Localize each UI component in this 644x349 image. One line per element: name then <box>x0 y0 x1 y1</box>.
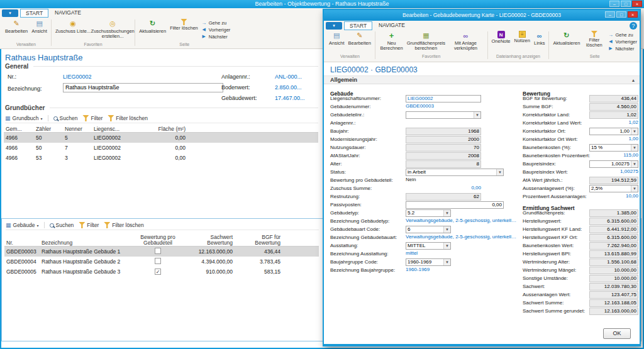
table-row[interactable]: GBDE00003Rathaus Hauptstraße Gebäude 112… <box>4 247 319 257</box>
herstellungswert-kf-ort-input[interactable]: 6.315.600,00 <box>589 234 638 241</box>
herstellungswert-kf-land-input[interactable]: 6.441.912,00 <box>589 226 638 233</box>
nr-value-link[interactable]: LIEG00002 <box>63 74 92 80</box>
notizen-button[interactable]: Notizen <box>513 30 532 44</box>
bearbeiten-button[interactable]: Bearbeiten <box>347 30 373 47</box>
bodenwert-value-link[interactable]: 2.850.00... <box>275 84 302 91</box>
bezeichnung-gebäudetyp-link[interactable]: Verwaltungsgebäude, 2-5-geschossig, unte… <box>406 218 519 223</box>
suchen-button[interactable]: Suchen <box>53 115 78 121</box>
filter-löschen-button[interactable]: Filter löschen <box>582 30 606 48</box>
ok-button[interactable]: OK <box>603 328 631 339</box>
vorheriger-button[interactable]: Vorheriger <box>201 26 231 33</box>
herstellungswert-input[interactable]: 6.315.600,00 <box>589 218 638 225</box>
tab-navigate[interactable]: NAVIGATE <box>50 9 86 18</box>
korrekturfaktor-ort-wert-link[interactable]: 1,00 <box>589 136 638 141</box>
table-row[interactable]: GBDE00004Rathaus Hauptstraße Gebäude 24.… <box>4 257 319 267</box>
aktualisieren-button[interactable]: Aktualisieren <box>137 18 168 35</box>
bgf-für-bewertung-input[interactable]: 436,44 <box>589 95 638 102</box>
onenote-button[interactable]: OneNote <box>490 30 513 45</box>
table-row[interactable]: 4966533LIEG000020,00 <box>4 153 318 163</box>
afastartjahr-input[interactable]: 2008 <box>406 152 481 160</box>
tab-navigate[interactable]: NAVIGATE <box>374 21 410 30</box>
table-row[interactable]: 4966505LIEG000020,00 <box>4 133 318 143</box>
summe-bgf-input[interactable]: 4.560,00 <box>589 103 638 111</box>
status-select[interactable]: in Arbeit▼ <box>406 169 504 176</box>
aussenanlagewert-select[interactable]: 2,5%▼ <box>589 185 638 192</box>
gebäudetyp-select[interactable]: 5.2▼ <box>406 209 451 217</box>
wertminderung-mängel-input[interactable]: 10.000,00 <box>589 267 638 274</box>
gehe-zu-button[interactable]: Gehe zu <box>201 19 231 26</box>
gebäudeteilnr-select[interactable]: ▼ <box>406 111 481 119</box>
vorheriger-button[interactable]: Vorheriger <box>608 38 637 45</box>
modernisierungsjahr-input[interactable]: 2000 <box>406 136 481 143</box>
aussenanlagen-wert-input[interactable]: 123.407,75 <box>589 291 638 299</box>
baujahrgruppe-code-select[interactable]: 1960-1969▼ <box>406 258 451 266</box>
restnutzung-input[interactable]: 62 <box>406 193 481 201</box>
bezeichnung-baujahrgruppe-link[interactable]: 1960-1969 <box>406 267 430 272</box>
korrekturfaktor-land-input[interactable]: 1,02 <box>589 111 638 119</box>
tab-start[interactable]: START <box>344 21 372 30</box>
chevron-up-icon[interactable]: ▴ <box>632 77 635 83</box>
dialog-close-button[interactable]: × <box>628 11 638 18</box>
baupreisindex-select[interactable]: 1,00275▼ <box>589 160 638 168</box>
zuschuss-summe-link[interactable]: 0,00 <box>406 185 481 191</box>
korrekturfaktor-land-wert-link[interactable]: 1,02 <box>589 119 638 125</box>
neu-berechnen-button[interactable]: Neu Berechnen <box>377 30 406 52</box>
minimize-button[interactable]: – <box>609 1 619 7</box>
table-row[interactable]: GBDE00005Rathaus Hauptstraße Gebäude 3✓9… <box>4 267 319 277</box>
help-icon[interactable]: ? <box>630 22 637 30</box>
afa-wert-jährlich-input[interactable]: 194.512,59 <box>589 177 638 184</box>
dialog-maximize-button[interactable]: □ <box>616 11 626 18</box>
nächster-button[interactable]: Nächster <box>608 45 637 52</box>
close-button[interactable]: × <box>632 1 642 7</box>
gebäudebauart-code-select[interactable]: 6▼ <box>406 226 451 233</box>
tab-start[interactable]: START <box>20 9 48 18</box>
aktualisieren-button[interactable]: Aktualisieren <box>551 30 582 47</box>
bezeichnung-input[interactable]: Rathaus Hauptstraße <box>63 83 223 92</box>
ansicht-button[interactable]: Ansicht <box>327 30 347 47</box>
korrekturfaktor-ort-select[interactable]: 1,00▼ <box>589 128 638 135</box>
section-general-header[interactable]: General <box>5 63 318 70</box>
filter-löschen-button[interactable]: Filter löschen <box>104 222 144 228</box>
baunebenkosten-wert-input[interactable]: 7.262.940,00 <box>589 242 638 250</box>
bearbeiten-button[interactable]: Bearbeiten <box>3 18 30 35</box>
application-menu-button[interactable]: ▼ <box>2 9 18 17</box>
bezeichnung-ausstattung-link[interactable]: mittel <box>406 250 418 256</box>
passivposten-input[interactable]: 0,00 <box>406 201 504 209</box>
anlagennr-value-link[interactable]: ANL-000... <box>275 74 302 80</box>
filter-löschen-button[interactable]: Filter löschen <box>168 18 200 31</box>
bewertung-checkbox[interactable] <box>155 248 161 254</box>
zuschussbuchungen-erstellen-button[interactable]: Zuschussbuchungen erstellen... <box>92 18 133 40</box>
bewertung-checkbox[interactable]: ✓ <box>155 269 161 275</box>
herstellungswert-bpi-input[interactable]: 13.615.880,99 <box>589 250 638 258</box>
links-button[interactable]: Links <box>532 30 547 47</box>
liegenschaftsnummer-input[interactable]: LIEG00002 <box>406 95 481 102</box>
prozentwert-aussenanlagen-link[interactable]: 10,00 <box>589 193 638 199</box>
gebaeudewert-value-link[interactable]: 17.467.00... <box>275 95 305 101</box>
gehe-zu-button[interactable]: Gehe zu <box>608 31 637 38</box>
filter-button[interactable]: Filter <box>82 115 103 121</box>
dialog-minimize-button[interactable]: – <box>605 11 615 18</box>
application-menu-button[interactable]: ▼ <box>326 22 342 30</box>
baupreisindex-wert-link[interactable]: 1,00275 <box>589 169 638 174</box>
zuschuss-liste-button[interactable]: Zuschuss Liste... <box>53 18 92 35</box>
section-grundbuecher-header[interactable]: Grundbücher <box>5 104 318 111</box>
filter-button[interactable]: Filter <box>79 222 99 228</box>
grundbuch-button[interactable]: Grundbuch▾ <box>5 115 43 121</box>
maximize-button[interactable]: □ <box>621 1 631 7</box>
nutzungsdauer-input[interactable]: 70 <box>406 144 481 152</box>
bewertung-checkbox[interactable] <box>155 258 161 264</box>
filter-löschen-button[interactable]: Filter löschen <box>108 115 148 121</box>
grundflächenpreis-input[interactable]: 1.385,00 <box>589 209 638 217</box>
sachwert-summe-input[interactable]: 12.163.188,05 <box>589 299 638 307</box>
ansicht-button[interactable]: Ansicht <box>30 18 49 35</box>
wertminderung-alter-input[interactable]: 1.556.100,68 <box>589 258 638 266</box>
sonstige-umstände-input[interactable]: 10.000,00 <box>589 275 638 282</box>
bezeichnung-gebäudebauart-link[interactable]: Verwaltungsgebäude, 2-5-geschossig, unte… <box>406 234 519 240</box>
mit-anlage-verknüpfen-button[interactable]: Mit Anlage verknüpfen <box>446 30 485 52</box>
nächster-button[interactable]: Nächster <box>201 33 231 40</box>
sachwert-input[interactable]: 12.039.780,30 <box>589 283 638 291</box>
grundflächenpreis-berechnen-button[interactable]: Grundflächenpreis berechnen <box>406 30 446 52</box>
ausstattung-select[interactable]: MITTEL▼ <box>406 242 451 250</box>
alter-input[interactable]: 8 <box>406 160 481 168</box>
baujahr-input[interactable]: 1968 <box>406 128 481 135</box>
